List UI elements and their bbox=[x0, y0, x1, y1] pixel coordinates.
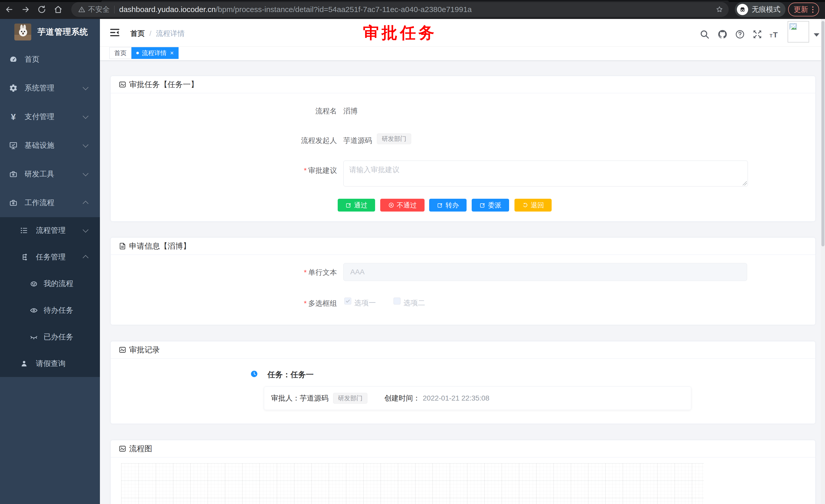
back-icon[interactable] bbox=[5, 5, 14, 14]
browser-toolbar: 不安全 dashboard.yudao.iocoder.cn/bpm/proce… bbox=[0, 0, 825, 19]
sidebar-item-done-tasks[interactable]: 已办任务 bbox=[0, 324, 100, 350]
scrollbar-thumb[interactable] bbox=[821, 21, 824, 246]
incognito-badge[interactable]: 无痕模式 bbox=[735, 2, 785, 17]
breadcrumb-separator: / bbox=[149, 29, 151, 37]
chevron-down-icon bbox=[83, 171, 89, 176]
create-time-label: 创建时间： bbox=[384, 393, 420, 403]
sidebar-item-workflow[interactable]: 工作流程 bbox=[0, 188, 100, 217]
approver-value: 芋道源码 bbox=[300, 393, 328, 403]
forward-icon[interactable] bbox=[21, 5, 30, 14]
sidebar-item-label: 首页 bbox=[24, 54, 40, 65]
breadcrumb: 首页 / 流程详情 bbox=[130, 29, 185, 38]
sidebar-item-todo-tasks[interactable]: 待办任务 bbox=[0, 297, 100, 324]
security-label[interactable]: 不安全 bbox=[88, 5, 110, 14]
sidebar-item-system[interactable]: 系统管理 bbox=[0, 74, 100, 102]
hamburger-icon[interactable] bbox=[109, 27, 120, 38]
card-header: 申请信息【滔博】 bbox=[111, 238, 815, 255]
sidebar-item-label: 基础设施 bbox=[24, 140, 54, 151]
card-title: 流程图 bbox=[129, 443, 152, 454]
card-title: 审批任务【任务一】 bbox=[129, 79, 198, 90]
initiator-label: 流程发起人 bbox=[111, 136, 337, 146]
button-label: 转办 bbox=[446, 201, 459, 210]
reload-icon[interactable] bbox=[37, 5, 47, 14]
tab-process-detail[interactable]: 流程详情 × bbox=[132, 47, 178, 59]
sidebar-item-my-process[interactable]: 我的流程 bbox=[0, 270, 100, 297]
address-bar[interactable]: 不安全 dashboard.yudao.iocoder.cn/bpm/proce… bbox=[71, 2, 729, 17]
sidebar-item-devtools[interactable]: 研发工具 bbox=[0, 160, 100, 188]
list-tree-icon bbox=[19, 226, 29, 235]
required-asterisk: * bbox=[304, 268, 307, 276]
process-name-label: 流程名 bbox=[111, 106, 337, 116]
toolbox-icon bbox=[8, 170, 18, 178]
svg-text:T: T bbox=[770, 33, 772, 38]
avatar-caret-icon[interactable] bbox=[814, 33, 819, 36]
search-icon[interactable] bbox=[699, 29, 710, 39]
bpmn-grid-canvas[interactable] bbox=[121, 463, 704, 504]
url-text[interactable]: dashboard.yudao.iocoder.cn/bpm/process-i… bbox=[119, 5, 472, 14]
incognito-icon bbox=[737, 4, 748, 15]
reject-button[interactable]: 不通过 bbox=[380, 199, 425, 212]
sidebar-item-payment[interactable]: ¥ 支付管理 bbox=[0, 102, 100, 131]
sidebar-item-label: 我的流程 bbox=[44, 279, 73, 289]
sidebar-item-label: 工作流程 bbox=[24, 198, 54, 208]
application-info-card: 申请信息【滔博】 *单行文本 *多选框组 选项一 选项二 bbox=[110, 237, 816, 325]
red-annotation-title: 审批任务 bbox=[363, 22, 437, 44]
tab-label: 首页 bbox=[114, 49, 127, 57]
page-content: 审批任务【任务一】 流程名 滔博 流程发起人 芋道源码 研发部门 *审批建议 通… bbox=[100, 60, 825, 504]
sidebar-item-process-mgmt[interactable]: 流程管理 bbox=[0, 217, 100, 244]
checkbox-group-label: *多选框组 bbox=[111, 299, 337, 308]
return-button[interactable]: 退回 bbox=[515, 199, 552, 212]
tab-label: 流程详情 bbox=[142, 49, 166, 57]
sidebar-item-task-mgmt[interactable]: 任务管理 bbox=[0, 244, 100, 270]
breadcrumb-home[interactable]: 首页 bbox=[130, 29, 145, 38]
delegate-button[interactable]: 委派 bbox=[472, 199, 509, 212]
flow-chart-card: 流程图 bbox=[110, 440, 816, 504]
update-label: 更新 bbox=[794, 5, 808, 14]
sidebar-item-infra[interactable]: 基础设施 bbox=[0, 131, 100, 160]
create-time-value: 2022-01-21 22:35:08 bbox=[423, 394, 490, 402]
required-asterisk: * bbox=[304, 166, 307, 174]
text-field-label: *单行文本 bbox=[111, 268, 337, 277]
process-name-value: 滔博 bbox=[343, 106, 358, 116]
app-logo-row[interactable]: 芋道管理系统 bbox=[0, 19, 100, 45]
card-title: 申请信息【滔博】 bbox=[129, 241, 191, 251]
tab-home[interactable]: 首页 bbox=[109, 47, 132, 59]
font-size-icon[interactable]: TT bbox=[769, 29, 779, 39]
active-tab-dot bbox=[136, 52, 139, 54]
sidebar-item-label: 研发工具 bbox=[24, 169, 54, 179]
initiator-dept-tag: 研发部门 bbox=[377, 134, 411, 144]
document-icon bbox=[119, 242, 127, 250]
github-icon[interactable] bbox=[718, 29, 728, 39]
record-task-title: 任务：任务一 bbox=[268, 369, 314, 380]
avatar[interactable] bbox=[788, 21, 809, 43]
app-logo-image bbox=[14, 23, 31, 40]
checkbox-option2-label: 选项二 bbox=[403, 298, 425, 308]
app-title: 芋道管理系统 bbox=[38, 26, 88, 37]
single-line-text-input bbox=[343, 263, 747, 281]
browser-update-menu[interactable]: 更新 bbox=[788, 3, 819, 16]
card-header: 流程图 bbox=[111, 440, 815, 457]
approval-task-card: 审批任务【任务一】 流程名 滔博 流程发起人 芋道源码 研发部门 *审批建议 通… bbox=[110, 76, 816, 222]
not-secure-warning-icon bbox=[78, 6, 86, 13]
timeline-clock-icon bbox=[250, 370, 258, 378]
sidebar-item-label: 已办任务 bbox=[44, 332, 73, 342]
approval-records-card: 审批记录 任务：任务一 审批人： 芋道源码 研发部门 创建时间： 2022-01… bbox=[110, 341, 816, 424]
button-label: 不通过 bbox=[397, 201, 417, 210]
sidebar-item-leave-query[interactable]: 请假查询 bbox=[0, 350, 100, 377]
scrollbar-track[interactable] bbox=[821, 19, 825, 504]
transfer-button[interactable]: 转办 bbox=[429, 199, 466, 212]
suggestion-textarea[interactable] bbox=[343, 161, 748, 186]
sidebar-item-home[interactable]: 首页 bbox=[0, 45, 100, 74]
home-icon[interactable] bbox=[54, 5, 63, 14]
card-title: 审批记录 bbox=[129, 345, 160, 355]
bookmark-star-icon[interactable] bbox=[715, 5, 724, 14]
button-label: 委派 bbox=[488, 201, 502, 210]
tab-close-icon[interactable]: × bbox=[170, 50, 174, 56]
approve-button[interactable]: 通过 bbox=[338, 199, 375, 212]
approver-label: 审批人： bbox=[271, 393, 300, 403]
card-header: 审批记录 bbox=[111, 341, 815, 358]
initiator-value: 芋道源码 bbox=[343, 136, 372, 146]
checkbox-option2-unchecked bbox=[393, 298, 400, 305]
help-icon[interactable] bbox=[735, 29, 745, 39]
fullscreen-icon[interactable] bbox=[752, 29, 762, 39]
